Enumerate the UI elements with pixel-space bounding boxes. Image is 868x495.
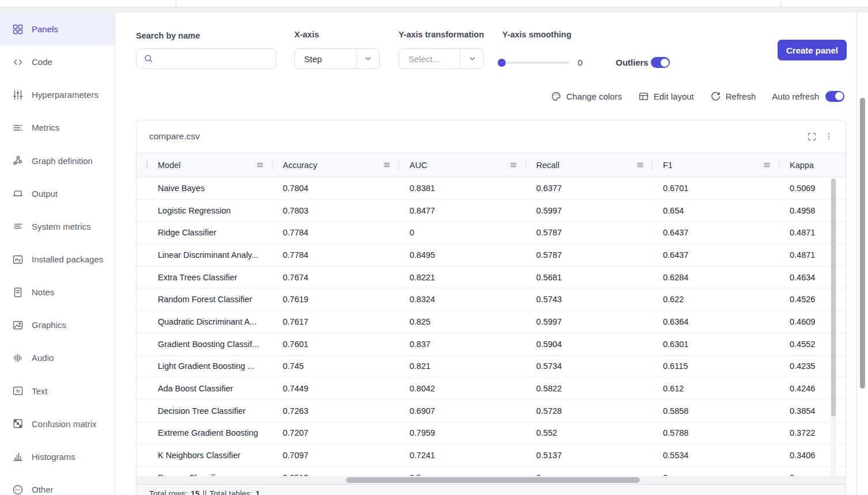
sidebar-item-installed-packages[interactable]: PyInstalled packages	[0, 243, 115, 276]
output-icon	[12, 188, 24, 199]
table-body: Naive Bayes0.78040.83810.63770.67010.506…	[137, 177, 846, 476]
table-row[interactable]: K Neighbors Classifier0.70970.72410.5137…	[137, 444, 846, 467]
table-row[interactable]: Decision Tree Classifier0.72630.69070.57…	[137, 400, 846, 422]
sidebar-item-label: Installed packages	[32, 254, 103, 264]
cell-recall: 0.5743	[526, 288, 653, 310]
cell-model: Dummy Classifier	[137, 467, 272, 476]
sidebar-item-text[interactable]: TrText	[0, 375, 115, 408]
cell-f1: 0.612	[653, 378, 779, 399]
refresh-button[interactable]: Refresh	[710, 91, 756, 102]
table-row[interactable]: Ada Boost Classifier0.74490.80420.58220.…	[137, 378, 846, 400]
cell-f1: 0	[653, 467, 779, 476]
panel-menu-button[interactable]	[821, 129, 836, 144]
text-icon: Tr	[12, 385, 24, 397]
page-scrollbar[interactable]	[856, 13, 868, 495]
y-transform-select[interactable]: Select...	[399, 48, 484, 69]
sidebar-item-graph-definition[interactable]: Graph definition	[0, 144, 115, 177]
cell-model: Logistic Regression	[137, 200, 272, 222]
expand-button[interactable]	[804, 129, 819, 144]
cell-recall: 0.5822	[526, 378, 653, 399]
outliers-label: Outliers	[616, 58, 649, 67]
sidebar-item-metrics[interactable]: Metrics	[0, 111, 115, 144]
table-row[interactable]: Light Gradient Boosting ...0.7450.8210.5…	[137, 356, 846, 378]
metrics-icon	[12, 122, 24, 134]
page-scrollbar-thumb[interactable]	[860, 98, 865, 389]
cell-recall: 0.5137	[526, 444, 653, 466]
cell-model: Linear Discriminant Analy...	[137, 244, 272, 266]
table-row[interactable]: Quadratic Discriminant A...0.76170.8250.…	[137, 311, 846, 333]
sidebar-item-code[interactable]: Code	[0, 45, 115, 78]
x-axis-select[interactable]: Step	[294, 48, 380, 69]
table-row[interactable]: Dummy Classifier0.65130.5000	[137, 467, 846, 476]
column-menu-icon[interactable]	[763, 161, 771, 169]
cell-auc: 0.8042	[399, 378, 526, 399]
column-header-model[interactable]: Model	[137, 153, 272, 177]
cell-accuracy: 0.7449	[272, 378, 399, 399]
hscroll-thumb[interactable]	[346, 477, 640, 483]
table-row[interactable]: Gradient Boosting Classif...0.76010.8370…	[137, 333, 846, 356]
y-smoothing-label: Y-axis smoothing	[502, 30, 571, 39]
sidebar-item-label: Audio	[32, 353, 54, 363]
column-header-kappa[interactable]: Kappa	[779, 153, 846, 177]
search-input[interactable]	[154, 49, 276, 68]
sidebar-item-audio[interactable]: Audio	[0, 341, 115, 374]
table-row[interactable]: Extra Trees Classifier0.76740.82210.5681…	[137, 266, 846, 289]
sidebar-item-system-metrics[interactable]: System metrics	[0, 210, 115, 243]
sidebar-item-other[interactable]: Other	[0, 473, 115, 495]
cell-auc: 0.8381	[399, 177, 526, 199]
top-bar-divider	[176, 0, 176, 7]
sidebar-item-label: Metrics	[32, 123, 59, 132]
table-horizontal-scrollbar[interactable]	[137, 476, 846, 484]
sidebar-item-graphics[interactable]: Graphics	[0, 309, 115, 341]
cell-auc: 0.7241	[399, 444, 526, 466]
sidebar-item-label: System metrics	[32, 222, 91, 231]
sidebar-item-panels[interactable]: Panels	[0, 13, 115, 45]
cell-model: Random Forest Classifier	[137, 288, 272, 310]
column-header-accuracy[interactable]: Accuracy	[272, 153, 399, 177]
sidebar-item-notes[interactable]: Notes	[0, 276, 115, 309]
vscroll-thumb[interactable]	[831, 178, 836, 416]
table-row[interactable]: Extreme Gradient Boosting0.72070.79590.5…	[137, 422, 846, 445]
auto-refresh-toggle[interactable]	[825, 91, 844, 102]
top-bar	[0, 0, 868, 7]
table-vertical-scrollbar[interactable]	[831, 178, 836, 476]
edit-layout-button[interactable]: Edit layout	[638, 91, 694, 102]
create-panel-button[interactable]: Create panel	[778, 40, 847, 60]
column-menu-icon[interactable]	[256, 161, 264, 169]
layout-icon	[638, 91, 649, 102]
toggle-knob	[661, 59, 669, 67]
smoothing-slider[interactable]	[499, 62, 569, 64]
table-row[interactable]: Random Forest Classifier0.76190.83240.57…	[137, 288, 846, 311]
sidebar-item-label: Graphics	[32, 320, 66, 330]
table-row[interactable]: Logistic Regression0.78030.84770.59970.6…	[137, 200, 846, 222]
column-menu-icon[interactable]	[510, 161, 517, 169]
table-header: ModelAccuracyAUCRecallF1Kappa	[137, 153, 846, 177]
table-row[interactable]: Linear Discriminant Analy...0.77840.8495…	[137, 244, 846, 266]
column-menu-icon[interactable]	[383, 161, 391, 169]
slider-thumb[interactable]	[498, 59, 506, 67]
cell-accuracy: 0.745	[272, 356, 399, 378]
column-header-auc[interactable]: AUC	[399, 153, 526, 177]
search-icon	[143, 54, 154, 64]
table-row[interactable]: Naive Bayes0.78040.83810.63770.67010.506…	[137, 177, 846, 200]
column-header-recall[interactable]: Recall	[526, 153, 653, 177]
table-row[interactable]: Ridge Classifier0.778400.57870.64370.487…	[137, 222, 846, 244]
sidebar-item-output[interactable]: Output	[0, 177, 115, 210]
sidebar-item-hyperparameters[interactable]: Hyperparameters	[0, 78, 115, 111]
sidebar-item-histograms[interactable]: Histograms	[0, 440, 115, 473]
search-field[interactable]	[136, 48, 276, 69]
footer-separator: ||	[203, 489, 207, 495]
notes-icon	[12, 287, 24, 298]
cell-f1: 0.6115	[653, 356, 779, 378]
panel-footer: Total rows: 15 || Total tables: 1	[137, 484, 846, 495]
column-header-f1[interactable]: F1	[653, 153, 779, 177]
column-menu-icon[interactable]	[636, 161, 644, 169]
sidebar-item-label: Output	[32, 189, 58, 199]
change-colors-button[interactable]: Change colors	[551, 91, 622, 102]
total-tables-value: 1	[256, 489, 260, 495]
cell-auc: 0.6907	[399, 400, 526, 422]
outliers-toggle[interactable]	[651, 57, 670, 68]
grid-icon	[12, 24, 24, 35]
panel-title: compare.csv	[149, 131, 200, 142]
sidebar-item-confusion-matrix[interactable]: Confusion matrix	[0, 408, 115, 440]
